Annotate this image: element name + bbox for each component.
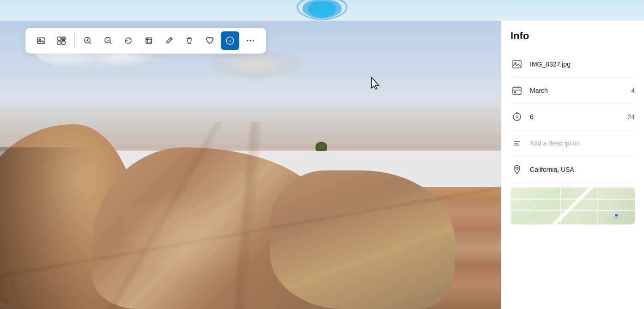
plant	[316, 142, 327, 151]
svg-point-15	[247, 40, 249, 42]
time-content: 6 24	[530, 113, 635, 121]
zoom-in-icon	[83, 36, 92, 45]
zoom-out-icon	[103, 36, 113, 45]
text-icon	[510, 137, 523, 150]
month-label: March	[530, 87, 548, 94]
zoom-in-button[interactable]	[79, 31, 97, 50]
description-row[interactable]: Add a description	[510, 130, 635, 157]
photo-icon	[36, 36, 46, 45]
pencil-icon	[164, 36, 174, 45]
map-location-dot	[614, 213, 619, 218]
svg-point-12	[150, 42, 151, 43]
svg-rect-10	[146, 38, 152, 43]
more-options-button[interactable]	[241, 31, 260, 50]
svg-rect-5	[58, 41, 61, 44]
heart-icon	[205, 36, 214, 45]
map-road-diag	[510, 188, 635, 224]
rock-highlight	[115, 189, 254, 281]
hour-label: 6	[530, 113, 534, 121]
image-icon	[510, 58, 523, 71]
view-photo-button[interactable]	[32, 31, 50, 50]
svg-rect-3	[58, 37, 61, 40]
delete-button[interactable]	[180, 31, 199, 50]
info-active-icon	[225, 36, 235, 45]
map-roads	[510, 188, 635, 224]
crop-button[interactable]	[140, 31, 158, 50]
toolbar-divider-1	[74, 34, 75, 48]
grid-icon	[57, 36, 66, 45]
svg-rect-18	[513, 61, 521, 68]
minute-value: 24	[627, 113, 635, 121]
svg-point-16	[250, 40, 251, 42]
info-panel-title: Info	[510, 30, 635, 42]
info-button[interactable]	[221, 31, 239, 50]
rock-shadow	[0, 147, 92, 309]
main-content: Info IMG_0327.jpg	[0, 21, 644, 309]
time-row: 6 24	[510, 104, 635, 130]
calendar-icon	[510, 84, 523, 97]
windows-logo	[294, 0, 350, 21]
rotate-icon	[124, 36, 133, 45]
description-content[interactable]: Add a description	[530, 139, 635, 147]
filename-label: IMG_0327.jpg	[530, 61, 571, 68]
date-content: March 4	[530, 87, 635, 94]
rock-texture	[0, 121, 501, 309]
svg-rect-6	[62, 41, 65, 44]
svg-point-11	[147, 39, 148, 40]
date-row: March 4	[510, 78, 635, 104]
zoom-out-button[interactable]	[99, 31, 117, 50]
location-content: California, USA	[530, 166, 635, 173]
svg-point-24	[516, 167, 518, 170]
slideshow-button[interactable]	[52, 31, 71, 50]
more-icon	[246, 36, 255, 45]
toolbar	[25, 28, 266, 54]
day-value: 4	[631, 87, 635, 94]
svg-point-17	[253, 40, 254, 42]
cloud-4	[210, 50, 302, 78]
svg-point-14	[230, 39, 231, 40]
location-map[interactable]	[510, 188, 635, 224]
filename-row: IMG_0327.jpg	[510, 51, 635, 78]
rotate-button[interactable]	[119, 31, 138, 50]
svg-point-23	[516, 112, 518, 114]
top-bar	[0, 0, 644, 21]
svg-rect-21	[514, 91, 516, 93]
description-placeholder: Add a description	[530, 139, 580, 147]
location-icon	[510, 163, 523, 176]
svg-rect-20	[513, 87, 521, 95]
clock-icon	[510, 110, 523, 123]
photo-image	[0, 21, 501, 309]
photo-area[interactable]	[0, 21, 501, 309]
trash-icon	[185, 36, 194, 45]
favorite-button[interactable]	[200, 31, 219, 50]
location-row: California, USA	[510, 157, 635, 183]
edit-button[interactable]	[160, 31, 178, 50]
info-panel: Info IMG_0327.jpg	[501, 21, 644, 309]
location-label: California, USA	[530, 166, 574, 173]
crop-icon	[144, 36, 153, 45]
filename-content: IMG_0327.jpg	[530, 61, 635, 68]
